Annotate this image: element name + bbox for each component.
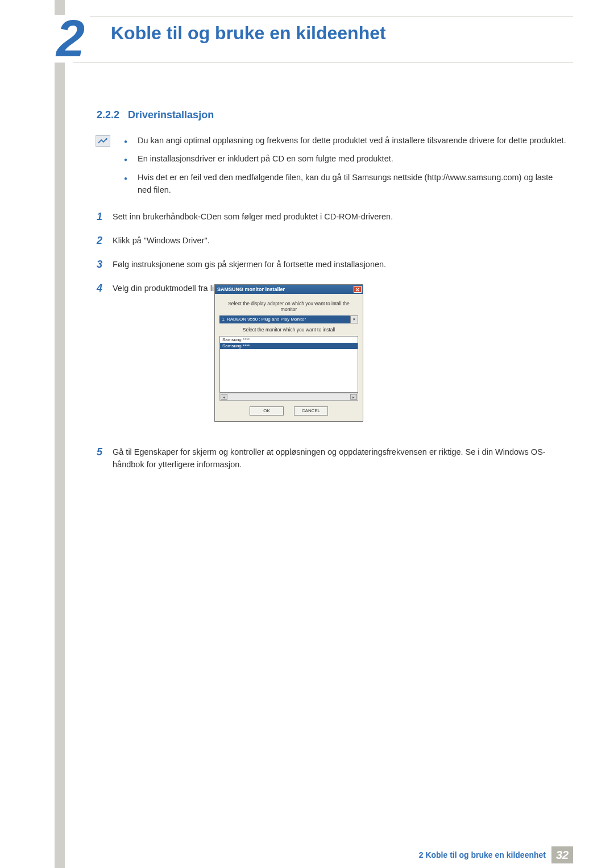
chevron-down-icon[interactable]: ▾	[350, 315, 358, 323]
scroll-right-icon[interactable]: ▸	[350, 394, 357, 400]
note-list: ● Du kan angi optimal oppløsning og frek…	[124, 134, 569, 202]
adapter-select-value: 1. RADEON 9550 : Plug and Play Monitor	[222, 317, 306, 322]
installer-adapter-label: Select the display adapter on which you …	[219, 301, 358, 312]
bullet-icon: ●	[124, 137, 127, 147]
step-number: 4	[97, 281, 110, 297]
svg-point-0	[106, 138, 107, 140]
step-item: 2 Klikk på "Windows Driver".	[97, 233, 569, 249]
list-item[interactable]: Samsung ****	[220, 337, 358, 343]
note-item: ● En installasjonsdriver er inkludert på…	[124, 152, 569, 165]
note-text: En installasjonsdriver er inkludert på C…	[138, 152, 569, 165]
chapter-number: 2	[51, 15, 90, 63]
note-text: Du kan angi optimal oppløsning og frekve…	[138, 134, 569, 147]
section-number: 2.2.2	[97, 109, 119, 121]
bullet-icon: ●	[124, 155, 127, 165]
steps-list-after: 5 Gå til Egenskaper for skjerm og kontro…	[97, 445, 569, 479]
note-item: ● Hvis det er en feil ved den medfølgend…	[124, 171, 569, 197]
installer-monitor-label: Select the monitor which you want to ins…	[219, 327, 358, 333]
installer-body: Select the display adapter on which you …	[215, 294, 363, 421]
step-text: Klikk på "Windows Driver".	[113, 233, 569, 249]
note-icon	[96, 135, 110, 147]
installer-buttons: OK CANCEL	[219, 406, 358, 416]
step-number: 1	[97, 209, 110, 225]
step-item: 3 Følg instruksjonene som gis på skjerme…	[97, 257, 569, 273]
note-item: ● Du kan angi optimal oppløsning og frek…	[124, 134, 569, 147]
scroll-left-icon[interactable]: ◂	[221, 394, 227, 400]
section-title: Driverinstallasjon	[128, 109, 214, 121]
left-stripe	[55, 0, 65, 868]
divider-top-2	[73, 63, 573, 63]
step-text: Gå til Egenskaper for skjerm og kontroll…	[113, 445, 569, 471]
close-icon[interactable]: ✕	[354, 286, 362, 293]
step-item: 5 Gå til Egenskaper for skjerm og kontro…	[97, 445, 569, 471]
cancel-button[interactable]: CANCEL	[294, 406, 328, 416]
step-item: 1 Sett inn brukerhåndbok-CDen som følger…	[97, 209, 569, 225]
installer-title: SAMSUNG monitor installer	[217, 286, 285, 292]
section-heading: 2.2.2 Driverinstallasjon	[97, 109, 214, 121]
note-text: Hvis det er en feil ved den medfølgende …	[138, 171, 569, 197]
footer: 2 Koble til og bruke en kildeenhet 32	[0, 845, 614, 868]
step-text: Følg instruksjonene som gis på skjermen …	[113, 257, 569, 273]
step-text: Sett inn brukerhåndbok-CDen som følger m…	[113, 209, 569, 225]
chapter-title: Koble til og bruke en kildeenhet	[111, 23, 386, 44]
page-number: 32	[551, 846, 573, 863]
horizontal-scrollbar[interactable]: ◂ ▸	[219, 393, 358, 401]
chapter-badge: 2	[51, 15, 90, 63]
adapter-select[interactable]: 1. RADEON 9550 : Plug and Play Monitor ▾	[219, 315, 358, 323]
step-number: 3	[97, 257, 110, 273]
installer-titlebar: SAMSUNG monitor installer ✕	[215, 285, 363, 294]
footer-right: 2 Koble til og bruke en kildeenhet 32	[419, 846, 573, 863]
list-item[interactable]: Samsung ****	[220, 343, 358, 349]
ok-button[interactable]: OK	[250, 406, 284, 416]
bullet-icon: ●	[124, 174, 127, 197]
step-number: 5	[97, 445, 110, 471]
footer-text: 2 Koble til og bruke en kildeenhet	[419, 850, 546, 859]
monitor-listbox[interactable]: Samsung **** Samsung ****	[219, 336, 358, 393]
installer-dialog: SAMSUNG monitor installer ✕ Select the d…	[214, 284, 363, 422]
step-number: 2	[97, 233, 110, 249]
divider-top-1	[73, 16, 573, 16]
